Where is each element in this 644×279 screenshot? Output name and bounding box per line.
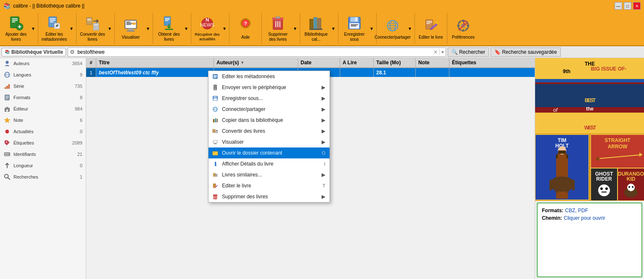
col-header-size[interactable]: Taille (Mo) — [374, 58, 416, 67]
ctx-connect[interactable]: Connecter/partager ▶ — [209, 104, 330, 115]
toolbar: Ajouter des livres ▾ Editer les métadonn… — [0, 12, 644, 46]
edit-meta-button[interactable]: Editer les métadonnées — [40, 14, 69, 43]
sidebar-item-series[interactable]: Série 735 — [0, 81, 86, 92]
add-books-arrow[interactable]: ▾ — [30, 14, 36, 43]
search-dropdown-button[interactable]: ▾ — [439, 49, 446, 55]
lib-arrow[interactable]: ▾ — [330, 14, 336, 43]
search-clear-button[interactable]: ✕ — [432, 49, 439, 55]
svg-rect-96 — [7, 153, 8, 155]
ctx-remove[interactable]: Supprimer des livres ▶ — [209, 191, 330, 202]
ctx-copy-lib[interactable]: Copier dans la bibliothèque ▶ — [209, 115, 330, 126]
lib-button[interactable]: Bibliothèque cal... — [302, 14, 330, 43]
virtual-lib-button[interactable]: 📚 Bibliothèque Virtuelle — [2, 48, 66, 56]
search-input[interactable] — [77, 49, 432, 55]
searches-count: 1 — [80, 174, 82, 179]
remove-arrow[interactable]: ▾ — [292, 14, 298, 43]
sidebar-item-publisher[interactable]: Éditeur 984 — [0, 103, 86, 115]
close-button[interactable]: ✕ — [633, 2, 641, 10]
col-header-date[interactable]: Date — [298, 58, 340, 67]
svg-rect-155 — [555, 182, 558, 192]
col-header-read[interactable]: A Lire — [340, 58, 374, 67]
svg-rect-152 — [558, 150, 566, 154]
remove-button[interactable]: Supprimer des livres — [264, 14, 292, 43]
view-arrow[interactable]: ▾ — [145, 14, 151, 43]
searches-icon — [3, 173, 11, 181]
formats-value[interactable]: CBZ, PDF — [565, 208, 588, 213]
ctx-send-device-icon — [212, 84, 219, 91]
sidebar-item-identifiers[interactable]: Identifiants 21 — [0, 149, 86, 160]
connect-arrow[interactable]: ▾ — [407, 14, 413, 43]
ctx-save-as-arrow: ▶ — [322, 95, 325, 101]
ctx-edit-meta[interactable]: Editer les métadonnées — [209, 71, 330, 82]
ctx-edit-book[interactable]: Editer le livre T — [209, 180, 330, 191]
publisher-icon — [3, 105, 11, 113]
ctx-send-device-arrow: ▶ — [322, 84, 325, 90]
svg-rect-81 — [5, 87, 6, 89]
prefs-button[interactable]: Préférences — [449, 14, 478, 43]
path-value[interactable]: Cliquer pour ouvrir — [564, 215, 605, 221]
row-tags — [449, 68, 535, 77]
svg-rect-50 — [351, 24, 358, 25]
edit-meta-arrow[interactable]: ▾ — [69, 14, 74, 43]
edit-book-button[interactable]: Editer le livre — [417, 14, 445, 43]
convert-button[interactable]: Convertir des livres — [78, 14, 107, 43]
svg-rect-123 — [213, 152, 215, 153]
ctx-edit-book-icon — [212, 182, 219, 189]
sidebar-item-formats[interactable]: Formats 8 — [0, 92, 86, 103]
sidebar-item-tags[interactable]: Étiquettes 2089 — [0, 137, 86, 149]
maximize-button[interactable]: □ — [624, 2, 631, 10]
svg-rect-154 — [549, 180, 552, 190]
ctx-similar[interactable]: Livres similaires... ▶ — [209, 169, 330, 180]
minimize-button[interactable]: — — [615, 2, 622, 10]
svg-rect-8 — [50, 18, 55, 19]
sidebar-item-authors[interactable]: Auteurs 3654 — [0, 58, 86, 69]
ctx-convert[interactable]: Convertir des livres ▶ — [209, 126, 330, 137]
get-books-arrow[interactable]: ▾ — [183, 14, 189, 43]
ctx-edit-book-shortcut: T — [322, 183, 325, 188]
save-button[interactable]: Enregistrer sous — [340, 14, 369, 43]
convert-arrow[interactable]: ▾ — [107, 14, 113, 43]
get-books-button[interactable]: Obtenir des livres — [155, 14, 183, 43]
ctx-book-details[interactable]: ℹ Afficher Détails du livre I — [209, 158, 330, 169]
svg-rect-2 — [12, 20, 18, 21]
ctx-view-icon — [212, 139, 219, 145]
sidebar-item-news[interactable]: Actualités 0 — [0, 126, 86, 137]
svg-rect-125 — [215, 174, 217, 176]
svg-rect-94 — [5, 153, 6, 155]
ctx-convert-label: Convertir des livres — [222, 128, 265, 134]
publisher-count: 984 — [75, 106, 82, 111]
bookmark-icon: 🔖 — [494, 49, 501, 55]
news-arrow[interactable]: ▾ — [222, 14, 227, 43]
col-header-note[interactable]: Note — [416, 58, 449, 67]
col-header-tags[interactable]: Étiquettes — [449, 58, 535, 67]
search-button[interactable]: 🔍 Rechercher — [448, 47, 489, 57]
col-header-title[interactable]: Titre — [96, 58, 214, 67]
ctx-send-device[interactable]: Envoyer vers le périphérique ▶ — [209, 82, 330, 93]
svg-marker-90 — [4, 118, 10, 123]
ctx-save-as[interactable]: Enregistrer sous... ▶ — [209, 93, 330, 104]
add-books-button[interactable]: Ajouter des livres — [2, 14, 30, 43]
formats-label: Formats: — [542, 208, 563, 213]
sidebar-item-note[interactable]: Note 6 — [0, 115, 86, 126]
sidebar-item-languages[interactable]: Langues 9 — [0, 69, 86, 81]
sidebar-item-searches[interactable]: Recherches 1 — [0, 171, 86, 183]
ctx-open-folder-shortcut: O — [322, 150, 325, 155]
svg-rect-20 — [127, 23, 133, 24]
view-button[interactable]: Visualiser — [116, 14, 145, 43]
svg-point-169 — [605, 187, 608, 190]
connect-button[interactable]: Connecter/partager — [378, 14, 407, 43]
svg-point-178 — [632, 186, 633, 188]
ctx-open-folder[interactable]: Ouvrir le dossier contenant O — [209, 147, 330, 158]
news-button[interactable]: N NEWS Récupérer des actualités — [193, 14, 222, 43]
col-header-author[interactable]: Auteur(s) ▼ — [214, 58, 298, 67]
ctx-convert-icon — [212, 128, 219, 134]
svg-rect-3 — [12, 21, 16, 22]
saved-search-button[interactable]: 🔖 Recherche sauvegardée — [491, 47, 561, 57]
sidebar-item-length[interactable]: Longueur 0 — [0, 160, 86, 171]
svg-rect-127 — [214, 195, 217, 200]
searchbar: 📚 Bibliothèque Virtuelle ⚙ ✕ ▾ 🔍 Recherc… — [0, 46, 644, 58]
saved-search-label: Recherche sauvegardée — [502, 49, 557, 55]
save-arrow[interactable]: ▾ — [369, 14, 375, 43]
help-button[interactable]: ? Aide — [231, 14, 260, 43]
ctx-view[interactable]: Visualiser ▶ — [209, 137, 330, 147]
